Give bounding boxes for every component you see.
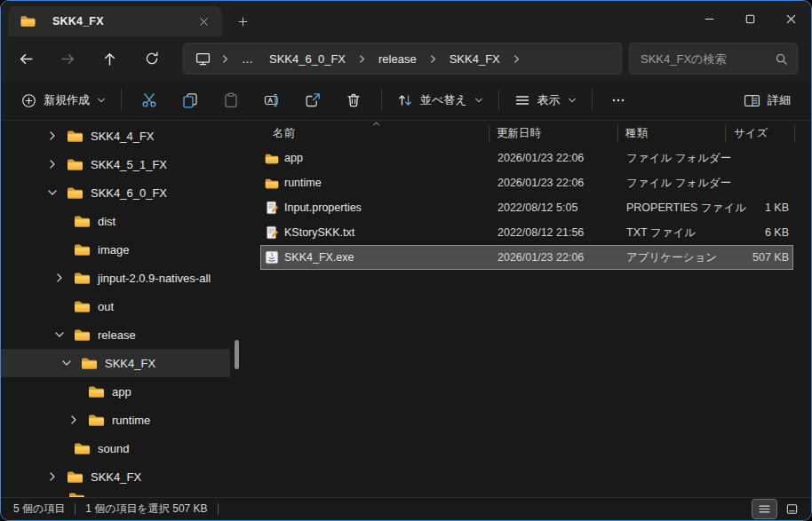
- sort-button[interactable]: 並べ替え: [389, 85, 491, 115]
- details-button-label: 詳細: [768, 92, 791, 108]
- tree-item-image[interactable]: image: [1, 235, 230, 264]
- close-button[interactable]: [770, 1, 811, 36]
- column-header-date[interactable]: 更新日時: [497, 126, 541, 141]
- plus-icon: [237, 16, 249, 28]
- sidebar-scrollbar[interactable]: [235, 340, 239, 369]
- rename-icon: [264, 92, 280, 108]
- breadcrumb[interactable]: … SKK4_6_0_FX release SKK4_FX: [183, 43, 622, 75]
- chevron-down-icon[interactable]: [60, 356, 74, 370]
- details-view-button[interactable]: [752, 500, 776, 518]
- file-type: アプリケーション: [626, 250, 717, 265]
- navigation-bar: … SKK4_6_0_FX release SKK4_FX: [1, 36, 811, 81]
- tree-item-label: SKK4_FX: [91, 470, 141, 484]
- chevron-down-icon[interactable]: [52, 328, 67, 342]
- breadcrumb-item-2[interactable]: SKK4_FX: [443, 50, 506, 68]
- chevron-right-icon[interactable]: [45, 129, 60, 143]
- file-type: ファイル フォルダー: [626, 151, 731, 166]
- column-header-size[interactable]: サイズ: [734, 126, 768, 141]
- tree-item-release[interactable]: release: [1, 320, 230, 349]
- plus-circle-icon: [21, 93, 36, 108]
- file-row-runtime[interactable]: runtime 2026/01/23 22:06 ファイル フォルダー: [260, 170, 793, 195]
- share-icon: [305, 92, 321, 108]
- tree-item-label: jinput-2.0.9-natives-all: [98, 272, 211, 285]
- icons-view-button[interactable]: [780, 500, 804, 518]
- chevron-right-icon[interactable]: [45, 157, 60, 171]
- refresh-button[interactable]: [138, 44, 166, 73]
- tree-item-label: app: [112, 385, 131, 399]
- column-divider[interactable]: [489, 125, 490, 142]
- this-pc-icon[interactable]: [191, 49, 215, 69]
- toolbar-separator: [592, 90, 593, 111]
- tree-item-skk4-4-fx[interactable]: SKK4_4_FX: [1, 122, 230, 150]
- command-bar: 新規作成 並べ替え 表示 詳細: [1, 81, 811, 121]
- file-row-kstoryskk-txt[interactable]: KStorySKK.txt 2022/08/12 21:56 TXT ファイル …: [260, 220, 793, 245]
- breadcrumb-item-1[interactable]: release: [372, 50, 423, 68]
- file-name: SKK4_FX.exe: [284, 251, 354, 264]
- tab-close-icon[interactable]: [194, 12, 213, 31]
- breadcrumb-item-0[interactable]: SKK4_6_0_FX: [263, 50, 352, 68]
- column-divider[interactable]: [617, 125, 618, 142]
- file-row-input-properties[interactable]: Input.properties 2022/08/12 5:05 PROPERT…: [260, 195, 793, 220]
- tree-item-skk4-6-0-fx[interactable]: SKK4_6_0_FX: [1, 178, 230, 207]
- delete-button[interactable]: [333, 85, 374, 115]
- tree-item-skk4-fx-selected[interactable]: SKK4_FX: [1, 349, 230, 377]
- chevron-right-icon[interactable]: [67, 413, 81, 427]
- more-button[interactable]: [600, 85, 637, 115]
- folder-icon: [67, 158, 84, 171]
- tree-item-label: SKK4_5_1_FX: [91, 158, 167, 171]
- chevron-right-icon: [426, 54, 440, 64]
- file-row-skk4-fx-exe[interactable]: SKK4_FX.exe 2026/01/23 22:06 アプリケーション 50…: [260, 245, 793, 270]
- file-date: 2026/01/23 22:06: [498, 177, 584, 189]
- tree-item-runtime[interactable]: runtime: [1, 406, 230, 434]
- file-row-app[interactable]: app 2026/01/23 22:06 ファイル フォルダー: [260, 146, 793, 170]
- view-button[interactable]: 表示: [506, 85, 585, 115]
- rename-button[interactable]: [251, 85, 292, 115]
- paste-button[interactable]: [211, 85, 251, 115]
- view-lines-icon: [514, 92, 530, 108]
- file-list: 名前 更新日時 種類 サイズ app 2026/01/23 22:06 ファイル…: [250, 121, 811, 499]
- maximize-button[interactable]: [729, 1, 770, 36]
- column-header-type[interactable]: 種類: [625, 126, 648, 141]
- up-button[interactable]: [95, 44, 123, 73]
- breadcrumb-overflow[interactable]: …: [235, 50, 259, 68]
- chevron-right-icon[interactable]: [45, 470, 60, 484]
- view-button-label: 表示: [537, 92, 561, 108]
- file-name: runtime: [284, 177, 322, 189]
- forward-button[interactable]: [53, 44, 82, 73]
- chevron-down-icon: [97, 96, 106, 105]
- copy-icon: [182, 92, 198, 108]
- tab-folder-icon: [20, 15, 36, 28]
- folder-icon: [74, 215, 91, 228]
- chevron-down-icon: [474, 96, 483, 105]
- new-button[interactable]: 新規作成: [13, 85, 114, 115]
- cut-button[interactable]: [129, 85, 170, 115]
- window-controls: [689, 1, 811, 36]
- tree-item-out[interactable]: out: [1, 292, 230, 320]
- copy-button[interactable]: [170, 85, 211, 115]
- tree-item-sound[interactable]: sound: [1, 434, 230, 462]
- explorer-tab[interactable]: SKK4_FX: [8, 6, 222, 36]
- column-header-name[interactable]: 名前: [273, 126, 295, 141]
- tree-item-skk4-5-1-fx[interactable]: SKK4_5_1_FX: [1, 150, 230, 178]
- file-name: app: [284, 152, 303, 164]
- tree-item-dist[interactable]: dist: [1, 207, 230, 235]
- sort-ascending-icon: [372, 121, 380, 128]
- selection-summary: 1 個の項目を選択 507 KB: [85, 501, 207, 517]
- back-button[interactable]: [12, 44, 40, 73]
- column-headers: 名前 更新日時 種類 サイズ: [250, 122, 811, 145]
- tree-item-jinput[interactable]: jinput-2.0.9-natives-all: [1, 264, 230, 292]
- column-divider[interactable]: [725, 125, 726, 142]
- chevron-right-icon[interactable]: [52, 271, 67, 285]
- tree-item-app[interactable]: app: [1, 377, 230, 406]
- chevron-down-icon[interactable]: [45, 186, 60, 200]
- column-divider[interactable]: [794, 125, 795, 142]
- up-icon: [102, 51, 117, 67]
- new-tab-button[interactable]: [230, 9, 255, 34]
- share-button[interactable]: [292, 85, 333, 115]
- details-view-icon: [758, 502, 771, 516]
- minimize-button[interactable]: [689, 1, 729, 36]
- search-input[interactable]: [633, 52, 775, 66]
- details-pane-button[interactable]: 詳細: [736, 85, 799, 115]
- item-count: 5 個の項目: [13, 501, 65, 517]
- tree-item-skk4-fx-bottom[interactable]: SKK4_FX: [1, 462, 230, 491]
